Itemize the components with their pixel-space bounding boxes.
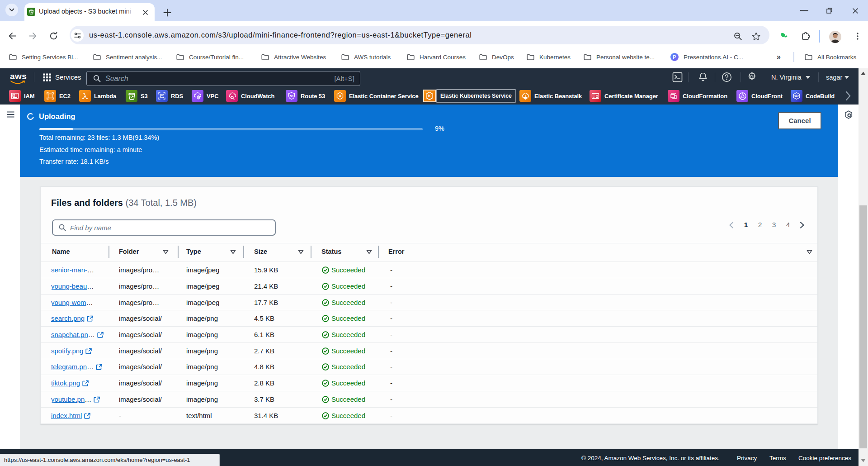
svg-text:53: 53 [290, 95, 293, 98]
svg-text:P: P [673, 54, 676, 60]
svg-text:K: K [428, 94, 431, 98]
